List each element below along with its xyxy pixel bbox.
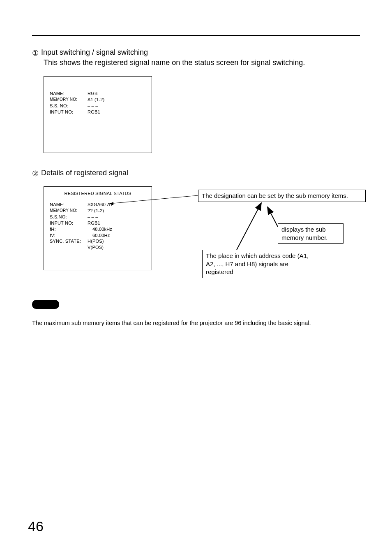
p2-k2: S.S.NO: bbox=[50, 214, 88, 220]
callout-address-code: The place in which address code (A1, A2,… bbox=[202, 250, 317, 278]
p1-k3: INPUT NO: bbox=[50, 109, 88, 115]
p2-k1: MEMORY NO: bbox=[50, 208, 88, 214]
p2-v3: RGB1 bbox=[88, 220, 146, 226]
section1-marker: ① bbox=[32, 48, 39, 58]
section2-title: Details of registered signal bbox=[41, 169, 128, 177]
section2-marker: ② bbox=[32, 169, 39, 179]
p2-k5: fV: bbox=[50, 232, 88, 239]
p2-v2: – – – bbox=[88, 214, 146, 220]
p2-v7: V(POS) bbox=[88, 244, 146, 251]
p2-k3: INPUT NO: bbox=[50, 220, 88, 226]
p2-v0: SXGA60-A1 bbox=[88, 202, 146, 208]
note-text: The maximum sub memory items that can be… bbox=[32, 320, 360, 326]
p2-k6: SYNC. STATE: bbox=[50, 238, 88, 244]
panel2-heading: RESISTERED SIGNAL STATUS bbox=[50, 191, 146, 196]
callout-submemory: displays the sub memory number. bbox=[278, 223, 344, 244]
p1-v3: RGB1 bbox=[88, 109, 146, 115]
p1-v1: A1 (1-2) bbox=[88, 97, 146, 103]
top-divider bbox=[32, 35, 360, 36]
p2-v1: ?? (1-2) bbox=[88, 208, 146, 214]
svg-line-3 bbox=[237, 203, 261, 250]
page-number: 46 bbox=[28, 518, 44, 534]
panel-input-switching: NAME:RGB MEMORY NO:A1 (1-2) S.S. NO:– – … bbox=[44, 76, 152, 153]
p1-v2: – – – bbox=[88, 103, 146, 109]
section1-title: Input switching / signal switching bbox=[41, 48, 148, 57]
p1-k0: NAME: bbox=[50, 91, 88, 97]
p2-k4: fH: bbox=[50, 226, 88, 232]
p2-k0: NAME: bbox=[50, 202, 88, 208]
p1-k2: S.S. NO: bbox=[50, 103, 88, 109]
p2-v4: 48.00kHz bbox=[88, 226, 146, 232]
panel-registered-signal: RESISTERED SIGNAL STATUS NAME:SXGA60-A1 … bbox=[44, 186, 152, 270]
callout-designation: The designation can be set by the sub me… bbox=[198, 190, 366, 202]
section1-desc: This shows the registered signal name on… bbox=[44, 58, 360, 67]
note-pill-icon bbox=[32, 300, 59, 309]
p1-v0: RGB bbox=[88, 91, 146, 97]
svg-line-4 bbox=[267, 207, 278, 227]
p2-k7 bbox=[50, 244, 88, 251]
p2-v5: 60.00Hz bbox=[88, 232, 146, 239]
diagram-area: RESISTERED SIGNAL STATUS NAME:SXGA60-A1 … bbox=[44, 186, 360, 277]
p1-k1: MEMORY NO: bbox=[50, 97, 88, 103]
p2-v6: H(POS) bbox=[88, 238, 146, 244]
